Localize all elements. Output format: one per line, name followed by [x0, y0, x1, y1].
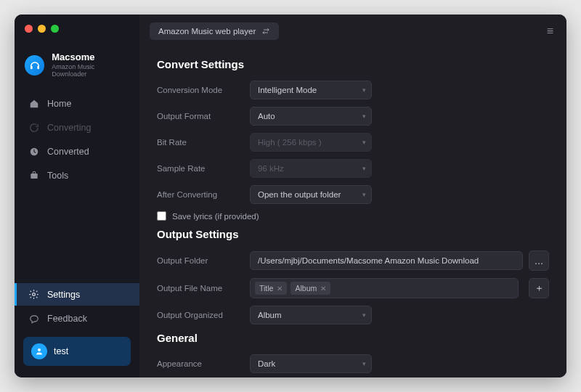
svg-point-4: [33, 293, 36, 296]
plus-icon: ＋: [535, 282, 544, 295]
tag-album: Album ✕: [290, 282, 330, 295]
sidebar-item-label: Home: [47, 99, 71, 109]
add-tag-button[interactable]: ＋: [529, 278, 549, 298]
label-output-filename: Output File Name: [157, 284, 250, 293]
select-value: High ( 256 kbps ): [250, 133, 372, 152]
feedback-icon: [28, 313, 39, 324]
sidebar-item-converting[interactable]: Converting: [15, 117, 139, 139]
remove-tag-icon[interactable]: ✕: [320, 285, 326, 293]
brand-name: Macsome: [52, 52, 129, 63]
svg-point-5: [38, 348, 41, 351]
close-icon[interactable]: [25, 25, 33, 33]
row-conversion-mode: Conversion Mode Intelligent Mode ▾: [157, 81, 549, 99]
sidebar-item-label: Tools: [47, 171, 68, 181]
label-bit-rate: Bit Rate: [157, 138, 250, 147]
label-after-converting: After Converting: [157, 190, 250, 199]
tag-title: Title ✕: [255, 282, 287, 295]
chevron-down-icon: ▾: [362, 86, 366, 94]
svg-rect-0: [31, 65, 33, 69]
select-sample-rate: 96 kHz ▾: [250, 159, 372, 178]
label-output-folder: Output Folder: [157, 256, 250, 265]
menu-button[interactable]: ≡: [544, 22, 556, 41]
sidebar-item-feedback[interactable]: Feedback: [15, 307, 139, 330]
brand-subtitle: Amazon Music Downloader: [52, 63, 129, 78]
svg-rect-1: [37, 65, 39, 69]
chevron-down-icon: ▾: [362, 191, 366, 198]
swap-icon: [261, 27, 270, 36]
row-output-filename: Output File Name Title ✕ Album ✕ ＋: [157, 278, 549, 298]
minimize-icon[interactable]: [38, 25, 46, 33]
sidebar-item-label: Settings: [47, 290, 80, 300]
label-output-format: Output Format: [157, 112, 250, 121]
sidebar-item-home[interactable]: Home: [15, 93, 139, 115]
select-value: Album: [250, 306, 372, 324]
select-value: Open the output folder: [250, 185, 372, 204]
brand: Macsome Amazon Music Downloader: [15, 46, 139, 90]
label-output-organized: Output Organized: [157, 311, 250, 319]
nav-bottom: Settings Feedback: [15, 283, 139, 330]
select-output-format[interactable]: Auto ▾: [250, 107, 372, 126]
settings-content: Convert Settings Conversion Mode Intelli…: [139, 45, 566, 377]
chevron-down-icon: ▾: [362, 139, 366, 146]
row-sample-rate: Sample Rate 96 kHz ▾: [157, 159, 549, 178]
sidebar-item-converted[interactable]: Converted: [15, 141, 139, 163]
gear-icon: [28, 289, 39, 300]
sidebar-item-label: Feedback: [47, 314, 87, 324]
sidebar-item-tools[interactable]: Tools: [15, 165, 139, 187]
nav: Home Converting Converted Tools: [15, 93, 139, 187]
label-conversion-mode: Conversion Mode: [157, 86, 250, 94]
remove-tag-icon[interactable]: ✕: [277, 285, 283, 293]
section-title-general: General: [157, 332, 549, 344]
row-bit-rate: Bit Rate High ( 256 kbps ) ▾: [157, 133, 549, 152]
sidebar-item-label: Converted: [47, 147, 89, 157]
chevron-down-icon: ▾: [362, 165, 366, 172]
avatar-icon: [31, 343, 47, 359]
select-value: 96 kHz: [250, 159, 372, 178]
row-output-organized: Output Organized Album ▾: [157, 306, 549, 324]
home-icon: [28, 99, 39, 110]
filename-tag-input[interactable]: Title ✕ Album ✕: [250, 278, 519, 298]
user-account[interactable]: test: [23, 337, 131, 366]
converting-icon: [28, 123, 39, 134]
svg-rect-3: [31, 173, 37, 179]
main: Amazon Music web player ≡ Convert Settin…: [139, 15, 566, 377]
select-output-organized[interactable]: Album ▾: [250, 306, 372, 324]
app-window: Macsome Amazon Music Downloader Home Con…: [15, 15, 566, 377]
sidebar-item-label: Converting: [47, 123, 91, 133]
sidebar-item-settings[interactable]: Settings: [15, 283, 139, 306]
select-value: Intelligent Mode: [250, 81, 372, 99]
row-appearance: Appearance Dark ▾: [157, 354, 549, 373]
select-conversion-mode[interactable]: Intelligent Mode ▾: [250, 81, 372, 99]
chevron-down-icon: ▾: [362, 360, 366, 367]
select-appearance[interactable]: Dark ▾: [250, 354, 372, 373]
topbar: Amazon Music web player ≡: [139, 15, 566, 45]
hamburger-icon: ≡: [547, 25, 553, 37]
source-label: Amazon Music web player: [158, 27, 256, 36]
label-appearance: Appearance: [157, 359, 250, 368]
source-selector[interactable]: Amazon Music web player: [150, 23, 279, 40]
select-value: Dark: [250, 354, 372, 373]
browse-folder-button[interactable]: …: [529, 250, 549, 271]
label-sample-rate: Sample Rate: [157, 164, 250, 173]
brand-logo-icon: [25, 55, 44, 75]
checkbox-save-lyrics[interactable]: [157, 211, 166, 221]
folder-path: /Users/mjbj/Documents/Macsome Amazon Mus…: [250, 251, 523, 270]
input-output-folder[interactable]: /Users/mjbj/Documents/Macsome Amazon Mus…: [250, 251, 523, 270]
row-output-folder: Output Folder /Users/mjbj/Documents/Macs…: [157, 250, 549, 271]
maximize-icon[interactable]: [51, 25, 59, 33]
select-bit-rate: High ( 256 kbps ) ▾: [250, 133, 372, 152]
label-save-lyrics: Save lyrics (if provided): [172, 212, 259, 221]
tools-icon: [28, 171, 39, 181]
user-name: test: [54, 346, 68, 356]
row-after-converting: After Converting Open the output folder …: [157, 185, 549, 204]
chevron-down-icon: ▾: [362, 311, 366, 319]
select-after-converting[interactable]: Open the output folder ▾: [250, 185, 372, 204]
section-title-output: Output Settings: [157, 228, 549, 240]
converted-icon: [28, 147, 39, 158]
section-title-convert: Convert Settings: [157, 58, 549, 70]
row-output-format: Output Format Auto ▾: [157, 107, 549, 126]
row-save-lyrics: Save lyrics (if provided): [157, 211, 549, 221]
chevron-down-icon: ▾: [362, 113, 366, 120]
ellipsis-icon: …: [535, 256, 544, 266]
window-controls: [25, 25, 59, 33]
